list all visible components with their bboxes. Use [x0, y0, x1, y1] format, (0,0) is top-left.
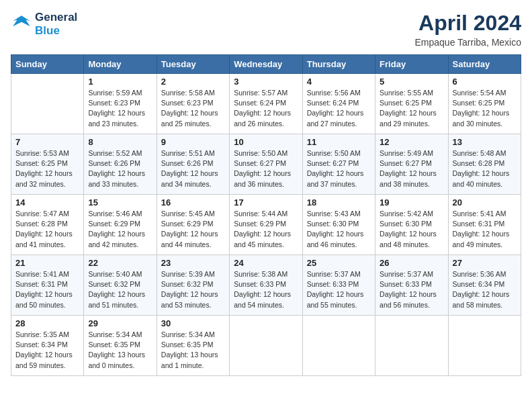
title-block: April 2024 Empaque Tarriba, Mexico	[415, 11, 521, 48]
calendar-table: SundayMondayTuesdayWednesdayThursdayFrid…	[11, 54, 521, 376]
day-info: Sunrise: 5:52 AM Sunset: 6:26 PM Dayligh…	[88, 148, 152, 189]
day-cell: 12Sunrise: 5:49 AM Sunset: 6:27 PM Dayli…	[375, 134, 448, 195]
day-info: Sunrise: 5:42 AM Sunset: 6:30 PM Dayligh…	[380, 209, 443, 250]
day-info: Sunrise: 5:38 AM Sunset: 6:33 PM Dayligh…	[234, 269, 298, 310]
month-title: April 2024	[415, 11, 521, 36]
day-number: 19	[380, 197, 443, 208]
col-header-sunday: Sunday	[11, 55, 84, 74]
day-number: 29	[88, 318, 152, 328]
day-cell: 3Sunrise: 5:57 AM Sunset: 6:24 PM Daylig…	[230, 74, 302, 134]
day-info: Sunrise: 5:36 AM Sunset: 6:34 PM Dayligh…	[453, 269, 517, 310]
day-info: Sunrise: 5:56 AM Sunset: 6:24 PM Dayligh…	[307, 88, 371, 129]
day-number: 3	[234, 77, 298, 87]
day-cell	[302, 316, 375, 376]
day-info: Sunrise: 5:37 AM Sunset: 6:33 PM Dayligh…	[380, 269, 443, 310]
col-header-tuesday: Tuesday	[157, 55, 229, 74]
logo-icon	[11, 13, 32, 35]
day-info: Sunrise: 5:41 AM Sunset: 6:31 PM Dayligh…	[453, 209, 517, 250]
day-cell	[448, 316, 521, 376]
day-cell: 26Sunrise: 5:37 AM Sunset: 6:33 PM Dayli…	[375, 255, 448, 316]
day-cell: 6Sunrise: 5:54 AM Sunset: 6:25 PM Daylig…	[448, 74, 521, 134]
day-number: 23	[161, 258, 225, 268]
day-cell: 28Sunrise: 5:35 AM Sunset: 6:34 PM Dayli…	[11, 316, 84, 376]
week-row-5: 28Sunrise: 5:35 AM Sunset: 6:34 PM Dayli…	[11, 316, 521, 376]
day-cell: 19Sunrise: 5:42 AM Sunset: 6:30 PM Dayli…	[375, 195, 448, 255]
day-info: Sunrise: 5:50 AM Sunset: 6:27 PM Dayligh…	[234, 148, 298, 189]
day-cell: 2Sunrise: 5:58 AM Sunset: 6:23 PM Daylig…	[157, 74, 229, 134]
day-info: Sunrise: 5:34 AM Sunset: 6:35 PM Dayligh…	[88, 330, 152, 371]
day-cell: 25Sunrise: 5:37 AM Sunset: 6:33 PM Dayli…	[302, 255, 375, 316]
col-header-thursday: Thursday	[302, 55, 375, 74]
week-row-3: 14Sunrise: 5:47 AM Sunset: 6:28 PM Dayli…	[11, 195, 521, 255]
col-header-monday: Monday	[84, 55, 157, 74]
day-number: 17	[234, 197, 298, 208]
day-cell: 24Sunrise: 5:38 AM Sunset: 6:33 PM Dayli…	[230, 255, 302, 316]
day-number: 25	[307, 258, 371, 268]
day-info: Sunrise: 5:53 AM Sunset: 6:25 PM Dayligh…	[15, 148, 79, 189]
day-cell	[11, 74, 84, 134]
day-number: 4	[307, 77, 371, 87]
day-cell: 22Sunrise: 5:40 AM Sunset: 6:32 PM Dayli…	[84, 255, 157, 316]
day-cell: 1Sunrise: 5:59 AM Sunset: 6:23 PM Daylig…	[84, 74, 157, 134]
day-info: Sunrise: 5:51 AM Sunset: 6:26 PM Dayligh…	[161, 148, 225, 189]
logo-text: General Blue	[35, 11, 77, 38]
day-info: Sunrise: 5:46 AM Sunset: 6:29 PM Dayligh…	[88, 209, 152, 250]
day-cell: 9Sunrise: 5:51 AM Sunset: 6:26 PM Daylig…	[157, 134, 229, 195]
day-number: 15	[88, 197, 152, 208]
day-cell: 5Sunrise: 5:55 AM Sunset: 6:25 PM Daylig…	[375, 74, 448, 134]
day-cell	[230, 316, 302, 376]
day-cell: 7Sunrise: 5:53 AM Sunset: 6:25 PM Daylig…	[11, 134, 84, 195]
day-cell: 20Sunrise: 5:41 AM Sunset: 6:31 PM Dayli…	[448, 195, 521, 255]
col-header-friday: Friday	[375, 55, 448, 74]
day-info: Sunrise: 5:47 AM Sunset: 6:28 PM Dayligh…	[15, 209, 79, 250]
day-number: 28	[15, 318, 79, 328]
day-cell: 10Sunrise: 5:50 AM Sunset: 6:27 PM Dayli…	[230, 134, 302, 195]
day-info: Sunrise: 5:57 AM Sunset: 6:24 PM Dayligh…	[234, 88, 298, 129]
day-number: 9	[161, 137, 225, 147]
day-info: Sunrise: 5:50 AM Sunset: 6:27 PM Dayligh…	[307, 148, 371, 189]
day-info: Sunrise: 5:37 AM Sunset: 6:33 PM Dayligh…	[307, 269, 371, 310]
day-number: 13	[453, 137, 517, 147]
day-number: 2	[161, 77, 225, 87]
day-info: Sunrise: 5:35 AM Sunset: 6:34 PM Dayligh…	[15, 330, 79, 371]
day-info: Sunrise: 5:43 AM Sunset: 6:30 PM Dayligh…	[307, 209, 371, 250]
day-number: 26	[380, 258, 443, 268]
day-number: 30	[161, 318, 225, 328]
day-number: 12	[380, 137, 443, 147]
svg-marker-0	[13, 16, 30, 27]
col-header-saturday: Saturday	[448, 55, 521, 74]
week-row-1: 1Sunrise: 5:59 AM Sunset: 6:23 PM Daylig…	[11, 74, 521, 134]
day-info: Sunrise: 5:40 AM Sunset: 6:32 PM Dayligh…	[88, 269, 152, 310]
day-cell: 4Sunrise: 5:56 AM Sunset: 6:24 PM Daylig…	[302, 74, 375, 134]
day-number: 6	[453, 77, 517, 87]
day-number: 5	[380, 77, 443, 87]
day-info: Sunrise: 5:45 AM Sunset: 6:29 PM Dayligh…	[161, 209, 225, 250]
day-cell: 30Sunrise: 5:34 AM Sunset: 6:35 PM Dayli…	[157, 316, 229, 376]
day-info: Sunrise: 5:44 AM Sunset: 6:29 PM Dayligh…	[234, 209, 298, 250]
day-info: Sunrise: 5:34 AM Sunset: 6:35 PM Dayligh…	[161, 330, 225, 371]
logo: General Blue	[11, 11, 77, 38]
page-header: General Blue April 2024 Empaque Tarriba,…	[11, 11, 521, 48]
day-info: Sunrise: 5:48 AM Sunset: 6:28 PM Dayligh…	[453, 148, 517, 189]
day-cell: 16Sunrise: 5:45 AM Sunset: 6:29 PM Dayli…	[157, 195, 229, 255]
day-cell: 23Sunrise: 5:39 AM Sunset: 6:32 PM Dayli…	[157, 255, 229, 316]
week-row-4: 21Sunrise: 5:41 AM Sunset: 6:31 PM Dayli…	[11, 255, 521, 316]
day-number: 16	[161, 197, 225, 208]
day-cell: 13Sunrise: 5:48 AM Sunset: 6:28 PM Dayli…	[448, 134, 521, 195]
day-info: Sunrise: 5:58 AM Sunset: 6:23 PM Dayligh…	[161, 88, 225, 129]
col-header-wednesday: Wednesday	[230, 55, 302, 74]
day-info: Sunrise: 5:55 AM Sunset: 6:25 PM Dayligh…	[380, 88, 443, 129]
day-number: 18	[307, 197, 371, 208]
day-info: Sunrise: 5:39 AM Sunset: 6:32 PM Dayligh…	[161, 269, 225, 310]
day-number: 8	[88, 137, 152, 147]
day-cell: 27Sunrise: 5:36 AM Sunset: 6:34 PM Dayli…	[448, 255, 521, 316]
day-number: 7	[15, 137, 79, 147]
day-cell: 15Sunrise: 5:46 AM Sunset: 6:29 PM Dayli…	[84, 195, 157, 255]
header-row: SundayMondayTuesdayWednesdayThursdayFrid…	[11, 55, 521, 74]
day-info: Sunrise: 5:54 AM Sunset: 6:25 PM Dayligh…	[453, 88, 517, 129]
day-number: 10	[234, 137, 298, 147]
week-row-2: 7Sunrise: 5:53 AM Sunset: 6:25 PM Daylig…	[11, 134, 521, 195]
day-cell: 17Sunrise: 5:44 AM Sunset: 6:29 PM Dayli…	[230, 195, 302, 255]
day-info: Sunrise: 5:49 AM Sunset: 6:27 PM Dayligh…	[380, 148, 443, 189]
day-number: 11	[307, 137, 371, 147]
